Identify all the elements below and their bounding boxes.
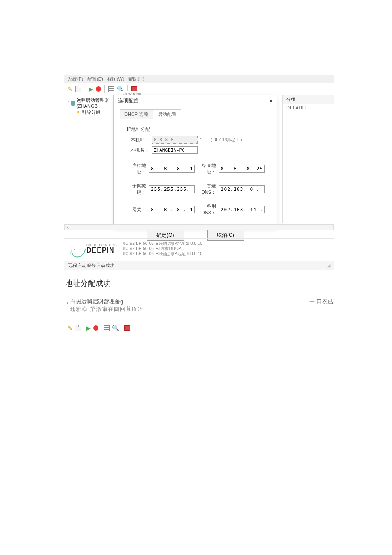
section-ip-alloc: IP地址分配 bbox=[127, 126, 265, 132]
tab-content: IP地址分配 本机IP： ˅ （DHCP绑定IP） 本机名： bbox=[120, 119, 271, 222]
group-item-default[interactable]: DEFAULT bbox=[283, 104, 334, 111]
log-line: 8C-92-BF-56-06-E3请求DHCP... bbox=[123, 246, 202, 251]
statusbar: 远程启动服务启动成功 ◢ bbox=[64, 261, 334, 270]
dns2-field[interactable] bbox=[219, 206, 265, 213]
status-text: 远程启动服务启动成功 bbox=[68, 262, 115, 269]
toolbar: ✎ ▶ 🔍 bbox=[64, 83, 334, 95]
scroll-left-icon[interactable]: ‹ bbox=[65, 225, 71, 230]
gateway-field[interactable] bbox=[149, 206, 195, 213]
local-ip-hint: （DHCP绑定IP） bbox=[208, 137, 245, 143]
start-ip-label: 启始地址： bbox=[126, 162, 146, 175]
server-icon bbox=[71, 101, 75, 106]
horizontal-scrollbar[interactable]: ‹ bbox=[64, 224, 334, 230]
separator bbox=[85, 85, 85, 93]
play-icon[interactable]: ▶ bbox=[86, 325, 91, 331]
hostname-field[interactable] bbox=[152, 146, 198, 154]
menubar: 系统(F) 配置(E) 视图(W) 帮助(H) bbox=[64, 75, 334, 83]
deepin-swirl-icon bbox=[69, 242, 85, 256]
dns2-label: 备用DNS： bbox=[197, 203, 216, 216]
tree-child-label: 引导分组 bbox=[82, 109, 101, 115]
log-line: 8C-92-BF-56-06-E3分配到IP地址:8.8.8.10 bbox=[123, 251, 202, 256]
close-icon[interactable]: × bbox=[269, 98, 273, 104]
deepin-logo: IIIII DEEPIN.ORG DEEPIN bbox=[69, 242, 117, 256]
log-line: 8C-92-BF-56-06-E3分配到IP地址:8.8.8.10 bbox=[123, 241, 202, 246]
deepin-big-text: DEEPIN bbox=[86, 247, 117, 254]
separator bbox=[104, 85, 105, 93]
computer-icon[interactable] bbox=[124, 325, 130, 331]
mask-label: 子网掩码： bbox=[126, 183, 146, 196]
list-icon[interactable] bbox=[104, 325, 110, 331]
resize-grip-icon[interactable]: ◢ bbox=[327, 263, 330, 268]
mask-field[interactable] bbox=[149, 185, 195, 193]
caption: 地址分配成功 bbox=[64, 278, 334, 288]
tree-child-boot-group[interactable]: ✷ 引导分组 bbox=[67, 109, 115, 115]
below-text-2: 珏雅◎ 第澈审在圄回葚ffr® bbox=[64, 305, 334, 316]
menu-view[interactable]: 视图(W) bbox=[107, 76, 124, 82]
app-window: 系统(F) 配置(E) 视图(W) 帮助(H) ✎ ▶ 🔍 机器列表 ˅ bbox=[64, 75, 334, 270]
dialog-title: 选项配置 bbox=[118, 97, 138, 104]
menu-config[interactable]: 配置(E) bbox=[87, 76, 103, 82]
tree-root-label: 远程启动管理器(ZHANGBI bbox=[76, 97, 115, 109]
stop-icon[interactable] bbox=[93, 325, 98, 331]
dns1-field[interactable] bbox=[219, 185, 265, 193]
tab-boot-config[interactable]: 启动配置 bbox=[153, 109, 181, 119]
footer-area: IIIII DEEPIN.ORG DEEPIN 8C-92-BF-56-06-E… bbox=[64, 238, 334, 259]
below-text-left: ，白斑远瞬启谢营理蕃g bbox=[65, 298, 123, 305]
end-ip-label: 结束地址： bbox=[197, 162, 216, 175]
tab-dhcp[interactable]: DHCP 选项 bbox=[120, 109, 153, 119]
right-pane: 分组 DEFAULT bbox=[282, 95, 334, 223]
list-icon[interactable] bbox=[108, 86, 114, 92]
options-dialog: 选项配置 × DHCP 选项 启动配置 IP地址分配 本机IP： ˅ bbox=[113, 95, 277, 229]
log-panel: 8C-92-BF-56-06-E3分配到IP地址:8.8.8.10 8C-92-… bbox=[123, 241, 202, 256]
pencil-icon[interactable]: ✎ bbox=[67, 325, 72, 331]
search-icon[interactable]: 🔍 bbox=[112, 325, 119, 331]
menu-system[interactable]: 系统(F) bbox=[68, 76, 83, 82]
play-icon[interactable]: ▶ bbox=[89, 86, 93, 92]
chevron-down-icon[interactable]: ˅ bbox=[199, 137, 202, 143]
below-text-right: 一 口衣已 bbox=[309, 298, 333, 305]
gear-icon: ✷ bbox=[76, 109, 80, 115]
end-ip-field[interactable] bbox=[219, 165, 265, 173]
pencil-icon[interactable]: ✎ bbox=[68, 86, 73, 92]
gateway-label: 网关： bbox=[126, 207, 146, 213]
chevron-down-icon[interactable]: ˅ bbox=[67, 100, 69, 106]
menu-help[interactable]: 帮助(H) bbox=[128, 76, 144, 82]
dns1-label: 首选DNS： bbox=[197, 183, 216, 196]
stop-icon[interactable] bbox=[96, 86, 101, 92]
right-pane-header: 分组 bbox=[283, 95, 334, 104]
local-ip-label: 本机IP： bbox=[126, 137, 149, 143]
local-ip-field[interactable] bbox=[152, 136, 198, 144]
toolbar-duplicate: ✎ ▶ 🔍 bbox=[64, 323, 334, 333]
new-file-icon[interactable] bbox=[75, 86, 81, 92]
deepin-small-text: IIIII DEEPIN.ORG bbox=[86, 244, 117, 247]
hostname-label: 本机名： bbox=[126, 147, 149, 153]
start-ip-field[interactable] bbox=[149, 165, 195, 173]
new-file-icon[interactable] bbox=[75, 325, 81, 331]
tree-pane: ˅ 远程启动管理器(ZHANGBI ✷ 引导分组 bbox=[64, 95, 118, 223]
tree-root[interactable]: ˅ 远程启动管理器(ZHANGBI bbox=[67, 97, 115, 109]
dialog-tabs: DHCP 选项 启动配置 bbox=[120, 109, 277, 119]
